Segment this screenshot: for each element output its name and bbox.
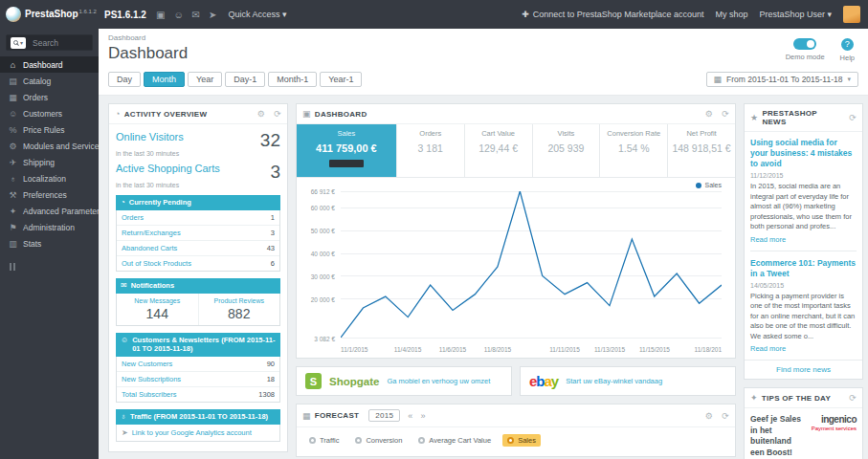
sidebar-item-modules[interactable]: ⚙Modules and Services [0, 138, 99, 154]
ingenico-logo-subtext: Payment services [807, 426, 857, 431]
gear-icon[interactable]: ⚙ [257, 109, 265, 119]
forecast-metric-conversion[interactable]: Conversion [350, 434, 407, 447]
pending-row-returns: Return/Exchanges3 [117, 226, 279, 241]
shop-bag-icon[interactable]: ▣ [156, 10, 165, 20]
prestashop-logo[interactable]: PrestaShop1.6.1.2 [0, 7, 99, 22]
help-control[interactable]: ? Help [840, 38, 855, 62]
help-icon[interactable]: ? [841, 38, 854, 51]
next-year-icon[interactable]: » [421, 411, 426, 421]
new-customers-link[interactable]: New Customers [122, 360, 172, 368]
modules-icon: ⚙ [8, 142, 18, 151]
user-menu[interactable]: PrestaShop User ▾ [759, 10, 832, 19]
sidebar-item-advanced-parameters[interactable]: ✦Advanced Parameters [0, 203, 99, 219]
kpi-visits[interactable]: Visits 205 939 [533, 124, 601, 177]
user-avatar[interactable] [843, 6, 860, 23]
new-messages-cell[interactable]: New Messages 144 [117, 294, 198, 325]
range-button-year[interactable]: Year [188, 72, 222, 87]
sidebar-item-price-rules[interactable]: %Price Rules [0, 121, 99, 138]
kpi-net-profit[interactable]: Net Profit 148 918,51 € [668, 124, 735, 177]
shopgate-link[interactable]: Ga mobiel en verhoog uw omzet [387, 377, 490, 385]
page-title: Dashboard [108, 44, 858, 63]
pending-orders-link[interactable]: Orders [122, 213, 144, 222]
help-label: Help [840, 54, 855, 62]
quick-access-menu[interactable]: Quick Access ▾ [228, 10, 286, 19]
forecast-panel: ▦ FORECAST 2015 « » ⚙ ⟳ Traffic Conversi… [296, 404, 736, 457]
new-subscriptions-link[interactable]: New Subscriptions [122, 375, 181, 383]
total-subscribers-link[interactable]: Total Subscribers [122, 390, 177, 399]
active-carts-subtitle: in the last 30 minutes [116, 182, 280, 188]
customers-icon: ☺ [8, 109, 18, 119]
rocket-icon[interactable]: ➤ [209, 10, 216, 20]
read-more-link[interactable]: Read more [750, 235, 857, 244]
sidebar-item-customers[interactable]: ☺Customers [0, 105, 99, 121]
demo-mode-toggle[interactable] [793, 38, 816, 50]
sidebar-item-localization[interactable]: ♁Localization [0, 170, 99, 186]
abandoned-carts-link[interactable]: Abandoned Carts [122, 244, 177, 252]
news-article-title[interactable]: Ecommerce 101: Payments in a Tweet [750, 258, 857, 279]
news-article-date: 14/05/2015 [750, 282, 857, 289]
collapse-menu-icon[interactable] [10, 263, 99, 271]
active-carts-link[interactable]: Active Shopping Carts [116, 163, 220, 174]
home-icon: ⌂ [8, 60, 18, 70]
refresh-icon[interactable]: ⟳ [274, 109, 281, 119]
sidebar-item-stats[interactable]: ▥Stats [0, 235, 99, 251]
divider [750, 251, 857, 251]
refresh-icon[interactable]: ⟳ [849, 113, 857, 122]
google-analytics-link[interactable]: Link to your Google Analytics account [132, 428, 252, 437]
kpi-value: 411 759,00 € [300, 142, 392, 154]
range-button-day[interactable]: Day [108, 72, 141, 87]
forecast-metric-traffic[interactable]: Traffic [304, 434, 344, 447]
kpi-sales[interactable]: Sales 411 759,00 € [297, 124, 397, 177]
ebay-link[interactable]: Start uw eBay-winkel vandaag [566, 377, 662, 385]
forecast-metric-average-cart-value[interactable]: Average Cart Value [413, 434, 496, 447]
kpi-cart-value[interactable]: Cart Value 129,44 € [465, 124, 533, 177]
date-range-button[interactable]: ▦ From 2015-11-01 To 2015-11-18 ▾ [706, 72, 858, 87]
product-reviews-cell[interactable]: Product Reviews 882 [198, 294, 280, 325]
sidebar-search[interactable]: ▾ [6, 34, 93, 51]
sidebar-item-orders[interactable]: ▦Orders [0, 89, 99, 105]
kpi-orders[interactable]: Orders 3 181 [397, 124, 465, 177]
sidebar-item-shipping[interactable]: ✈Shipping [0, 154, 99, 170]
my-shop-link[interactable]: My shop [715, 10, 747, 19]
range-button-month[interactable]: Month [144, 72, 185, 87]
sidebar-item-preferences[interactable]: ⚒Preferences [0, 186, 99, 203]
range-button-year-1[interactable]: Year-1 [320, 72, 362, 87]
news-article-title[interactable]: Using social media for your business: 4 … [750, 138, 857, 169]
kpi-value: 3 181 [401, 142, 460, 154]
kpi-label: Visits [537, 129, 596, 138]
sidebar-item-catalog[interactable]: ▤Catalog [0, 73, 99, 89]
range-button-month-1[interactable]: Month-1 [268, 72, 317, 87]
out-of-stock-link[interactable]: Out of Stock Products [122, 259, 191, 268]
shopgate-promo[interactable]: S Shopgate Ga mobiel en verhoog uw omzet [296, 366, 512, 396]
breadcrumb[interactable]: Dashboard [108, 33, 858, 42]
ebay-promo[interactable]: ebay Start uw eBay-winkel vandaag [520, 366, 736, 396]
caret-down-icon: ▾ [847, 76, 851, 83]
search-scope-selector[interactable]: ▾ [11, 37, 26, 49]
pending-returns-link[interactable]: Return/Exchanges [122, 229, 181, 237]
read-more-link[interactable]: Read more [750, 344, 857, 353]
refresh-icon[interactable]: ⟳ [849, 393, 857, 403]
chart-legend[interactable]: Sales [696, 182, 722, 188]
online-visitors-link[interactable]: Online Visitors [116, 131, 184, 142]
previous-year-icon[interactable]: « [408, 411, 412, 421]
sidebar-item-administration[interactable]: ⚑Administration [0, 219, 99, 235]
refresh-icon[interactable]: ⟳ [722, 411, 729, 421]
sidebar: ▾ ⌂Dashboard ▤Catalog ▦Orders ☺Customers… [0, 29, 99, 459]
gear-icon[interactable]: ⚙ [705, 411, 713, 421]
customer-icon[interactable]: ☺ [173, 10, 183, 20]
forecast-year-selector[interactable]: 2015 [368, 409, 400, 422]
find-more-news-link[interactable]: Find more news [776, 365, 831, 374]
gear-icon[interactable]: ⚙ [705, 109, 713, 119]
marketplace-connect-link[interactable]: ✚ Connect to PrestaShop Marketplace acco… [522, 10, 703, 19]
search-input[interactable] [31, 37, 80, 49]
message-icon[interactable]: ✉ [192, 10, 200, 20]
tips-headline: Geef je Sales in het buitenland een Boos… [750, 414, 803, 458]
stats-icon: ▥ [8, 239, 18, 249]
forecast-metric-sales[interactable]: Sales [502, 434, 541, 447]
demo-mode-control[interactable]: Demo mode [786, 38, 825, 62]
sidebar-item-dashboard[interactable]: ⌂Dashboard [0, 56, 99, 73]
kpi-conversion-rate[interactable]: Conversion Rate 1.54 % [600, 124, 668, 177]
refresh-icon[interactable]: ⟳ [722, 109, 729, 119]
dashboard-panel-icon: ▣ [302, 109, 311, 119]
range-button-day-1[interactable]: Day-1 [225, 72, 265, 87]
